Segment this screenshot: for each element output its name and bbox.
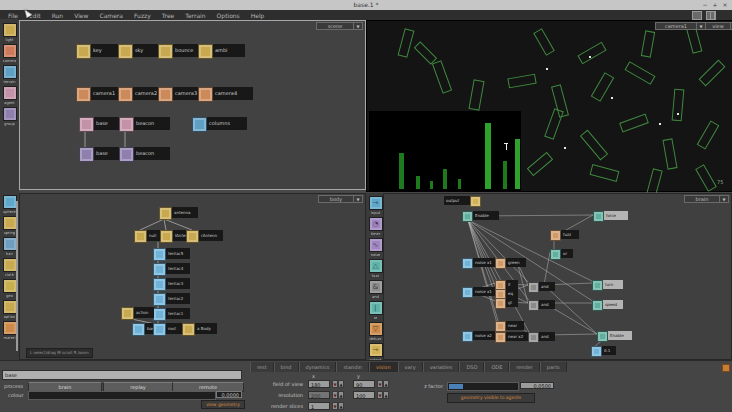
- stepper-up-icon[interactable]: ▲: [338, 402, 344, 410]
- scene-node-beacon[interactable]: beacon: [119, 117, 170, 132]
- scene-node-ambi[interactable]: ambi: [198, 44, 245, 59]
- render-slices-x-input[interactable]: 1: [308, 402, 330, 410]
- colour-bar[interactable]: [28, 391, 216, 400]
- menu-item-view[interactable]: View: [74, 12, 88, 19]
- tab-dynamics[interactable]: dynamics: [299, 362, 337, 372]
- tab-parts[interactable]: parts: [540, 362, 567, 372]
- tool-group[interactable]: group: [0, 107, 19, 126]
- panel-icon[interactable]: [692, 11, 702, 20]
- tab-dso[interactable]: DSO: [459, 362, 484, 372]
- tab-render[interactable]: render: [509, 362, 540, 372]
- chevron-down-icon[interactable]: ▼: [354, 22, 363, 30]
- agent-dot: [564, 147, 566, 149]
- alert-indicator[interactable]: [722, 364, 730, 372]
- resolution-x-input[interactable]: 200: [308, 391, 330, 399]
- brain-node-force[interactable]: force: [593, 211, 628, 222]
- layout-grid-icon[interactable]: [706, 11, 716, 20]
- toolbar-scrollbar[interactable]: [16, 201, 18, 351]
- tab-ode[interactable]: ODE: [484, 362, 509, 372]
- close-button[interactable]: ×: [720, 0, 730, 10]
- scene-node-camera4[interactable]: camera4: [198, 87, 253, 102]
- brain-node-gt[interactable]: gt: [495, 298, 518, 309]
- scene-panel-selector[interactable]: scene ▼: [316, 22, 363, 30]
- brain-node-output[interactable]: output: [444, 196, 481, 207]
- viewport-3d[interactable]: 75 camera1 ▼ view ▼: [366, 20, 732, 192]
- z-factor-slider[interactable]: [447, 382, 519, 391]
- menu-item-file[interactable]: File: [8, 12, 18, 19]
- body-node-tentac3[interactable]: tentac3: [153, 278, 190, 291]
- menu-item-options[interactable]: Options: [217, 12, 240, 19]
- maximize-button[interactable]: +: [710, 0, 720, 10]
- geometry-visible-button[interactable]: geometry visible to agents: [447, 393, 535, 403]
- stepper-up-icon[interactable]: ▲: [383, 391, 389, 399]
- body-node-tentac4[interactable]: tentac4: [153, 263, 190, 276]
- brain-panel-selector[interactable]: brain ▼: [684, 195, 729, 203]
- stepper-up-icon[interactable]: ▲: [338, 391, 344, 399]
- brain-node-near-x2[interactable]: near x2: [495, 332, 530, 343]
- stepper-up-icon[interactable]: ▲: [338, 380, 344, 388]
- tab-rest[interactable]: rest: [250, 362, 274, 372]
- scene-node-sky[interactable]: sky: [118, 44, 163, 59]
- brain-node-enable[interactable]: Enable: [462, 211, 499, 222]
- chevron-down-icon[interactable]: ▼: [720, 195, 729, 203]
- tab-bind[interactable]: bind: [274, 362, 299, 372]
- tab-standin[interactable]: standin: [336, 362, 369, 372]
- scene-panel[interactable]: keyskybounceambicamera1camera2camera3cam…: [19, 20, 366, 190]
- scene-node-columns[interactable]: columns: [192, 117, 247, 132]
- resolution-y-input[interactable]: 100: [353, 391, 375, 399]
- brain-node-noise-x1[interactable]: noise x1: [462, 287, 499, 298]
- body-node-a-body[interactable]: a Body: [182, 323, 217, 336]
- brain-node-0.1[interactable]: 0.1: [591, 346, 616, 357]
- menu-item-fuzzy[interactable]: Fuzzy: [134, 12, 151, 19]
- colour-value[interactable]: 0.0000: [216, 391, 242, 398]
- body-node-tentac1[interactable]: tentac1: [153, 308, 190, 321]
- viewport-view-selector[interactable]: view ▼: [705, 22, 732, 30]
- wireframe-column: [432, 60, 452, 93]
- brain-panel[interactable]: outputEnableforcefuzzornoise x1greennois…: [383, 193, 732, 360]
- menu-item-tree[interactable]: Tree: [162, 12, 175, 19]
- brain-node-and[interactable]: and: [528, 332, 555, 343]
- stepper-up-icon[interactable]: ▲: [383, 380, 389, 388]
- body-node-null[interactable]: null: [134, 230, 163, 243]
- menu-item-camera[interactable]: Camera: [99, 12, 123, 19]
- brain-node-fuzz[interactable]: fuzz: [550, 230, 579, 241]
- brain-node-near[interactable]: near: [495, 321, 524, 332]
- brain-node-turn[interactable]: turn: [592, 280, 623, 291]
- field-of-view-y-input[interactable]: 90: [353, 380, 375, 388]
- tool-light[interactable]: light: [0, 23, 19, 42]
- brain-node-and[interactable]: and: [528, 282, 555, 293]
- z-factor-value[interactable]: 0.0500: [520, 382, 554, 389]
- menu-item-run[interactable]: Run: [52, 12, 64, 19]
- chevron-down-icon[interactable]: ▼: [354, 195, 363, 203]
- brain-node-enable[interactable]: Enable: [597, 331, 632, 342]
- body-node-action[interactable]: action: [121, 307, 154, 320]
- menu-item-help[interactable]: Help: [251, 12, 265, 19]
- view-geometry-button[interactable]: view geometry: [201, 400, 245, 409]
- chain-node-icon: [153, 263, 166, 276]
- brain-node-or[interactable]: or: [550, 249, 573, 260]
- body-panel[interactable]: antennanulllAntennrAntenntentac5tentac4t…: [19, 193, 366, 360]
- scene-node-beacon[interactable]: beacon: [119, 147, 170, 162]
- tab-variables[interactable]: variables: [423, 362, 460, 372]
- tab-vary[interactable]: vary: [398, 362, 423, 372]
- body-panel-selector[interactable]: body ▼: [318, 195, 363, 203]
- tool-camera[interactable]: camera: [0, 44, 19, 63]
- brain-node-speed[interactable]: speed: [592, 300, 623, 311]
- scene-node-key[interactable]: key: [76, 44, 121, 59]
- tool-terrain[interactable]: terrain: [0, 65, 19, 84]
- body-node-tentac2[interactable]: tentac2: [153, 293, 190, 306]
- brain-node-noise-x1[interactable]: noise x1: [462, 258, 499, 269]
- menu-item-terrain[interactable]: Terrain: [185, 12, 205, 19]
- body-node-tentac5[interactable]: tentac5: [153, 248, 190, 261]
- tab-vision[interactable]: vision: [369, 362, 398, 372]
- agent-name-input[interactable]: [2, 370, 242, 380]
- body-node-rantenn[interactable]: rAntenn: [186, 230, 223, 243]
- brain-node-noise-x2[interactable]: noise x2: [462, 331, 499, 342]
- minimize-button[interactable]: −: [700, 0, 710, 10]
- brain-node-green[interactable]: green: [495, 258, 526, 269]
- brain-node-and[interactable]: and: [528, 300, 555, 311]
- field-of-view-x-input[interactable]: 180: [308, 380, 330, 388]
- body-node-antenna[interactable]: antenna: [159, 207, 198, 220]
- tool-agent[interactable]: agent: [0, 86, 19, 105]
- viewport-camera-selector[interactable]: camera1 ▼: [655, 22, 706, 30]
